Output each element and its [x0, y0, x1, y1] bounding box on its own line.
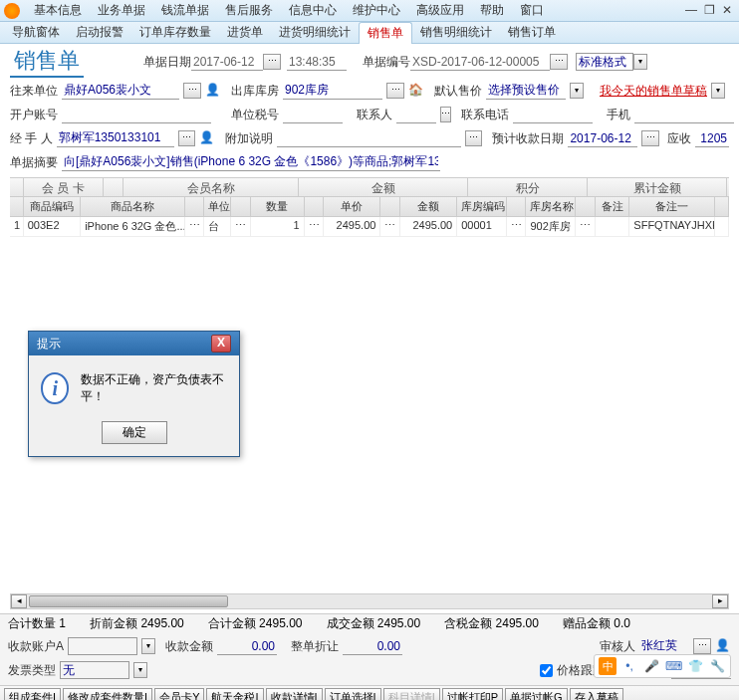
pay-account-select[interactable] — [68, 637, 137, 655]
menu-item[interactable]: 钱流单据 — [153, 2, 217, 19]
time-input[interactable] — [287, 53, 347, 71]
draft-link[interactable]: 我今天的销售单草稿 — [600, 83, 707, 100]
cell[interactable]: 003E2 — [24, 217, 81, 236]
column-header[interactable] — [231, 197, 250, 216]
cell[interactable]: ⋯ — [185, 217, 204, 236]
tab[interactable]: 进货明细统计 — [271, 22, 359, 43]
cell[interactable] — [715, 217, 729, 236]
tab[interactable]: 订单库存数量 — [131, 22, 219, 43]
menu-item[interactable]: 高级应用 — [408, 2, 472, 19]
close-icon[interactable]: X — [211, 335, 231, 352]
ime-settings-icon[interactable]: 🔧 — [708, 657, 726, 675]
warehouse-input[interactable] — [283, 82, 382, 100]
ime-keyboard-icon[interactable]: ⌨ — [664, 657, 682, 675]
menu-item[interactable]: 帮助 — [472, 2, 512, 19]
docno-input[interactable] — [410, 53, 550, 71]
auditor-input[interactable] — [639, 637, 689, 655]
action-button[interactable]: 会员卡Y — [154, 688, 204, 700]
price-select[interactable] — [486, 82, 566, 100]
customer-info-icon[interactable]: 👤 — [205, 83, 221, 99]
action-button[interactable]: 过帐打印P — [442, 688, 503, 700]
scroll-left-icon[interactable]: ◂ — [11, 594, 27, 608]
discount-input[interactable] — [343, 637, 402, 655]
tab[interactable]: 销售明细统计 — [412, 22, 500, 43]
handler-info-icon[interactable]: 👤 — [199, 130, 215, 146]
auditor-info-icon[interactable]: 👤 — [715, 638, 731, 654]
minimize-icon[interactable]: — — [683, 4, 699, 18]
cell[interactable]: ⋯ — [576, 217, 595, 236]
invoice-select[interactable] — [60, 661, 129, 679]
cell[interactable] — [596, 217, 630, 236]
menu-item[interactable]: 维护中心 — [345, 2, 408, 19]
column-header[interactable]: 库房编码 — [457, 197, 507, 216]
ime-lang-icon[interactable]: 中 — [599, 657, 616, 675]
handler-input[interactable] — [57, 129, 174, 147]
cell[interactable]: 2495.00 — [324, 217, 380, 236]
cell[interactable]: SFFQTNAYJHXR6 — [629, 217, 715, 236]
column-header[interactable]: 商品名称 — [81, 197, 185, 216]
ime-punct-icon[interactable]: •, — [620, 657, 638, 675]
action-button[interactable]: 航天金税I — [206, 688, 263, 700]
tab[interactable]: 销售订单 — [500, 22, 564, 43]
cell[interactable]: 1 — [10, 217, 24, 236]
cell[interactable]: ⋯ — [507, 217, 526, 236]
tab-active[interactable]: 销售单 — [359, 22, 412, 44]
warehouse-info-icon[interactable]: 🏠 — [408, 83, 424, 99]
lookup-icon[interactable]: ⋯ — [386, 83, 404, 99]
lookup-icon[interactable]: ⋯ — [465, 130, 483, 146]
summary-input[interactable] — [62, 153, 440, 171]
format-select[interactable] — [576, 53, 633, 71]
action-button[interactable]: 订单选择I — [325, 688, 381, 700]
tab[interactable]: 启动报警 — [68, 22, 131, 43]
menu-item[interactable]: 基本信息 — [26, 2, 90, 19]
lookup-icon[interactable]: ⋯ — [183, 83, 201, 99]
scroll-thumb[interactable] — [29, 595, 228, 607]
ime-toolbar[interactable]: 中 •, 🎤 ⌨ 👕 🔧 — [594, 654, 731, 678]
column-header[interactable]: 库房名称 — [526, 197, 576, 216]
column-header[interactable] — [507, 197, 526, 216]
dropdown-icon[interactable]: ▾ — [141, 638, 155, 654]
lookup-icon[interactable]: ⋯ — [440, 107, 451, 122]
action-button[interactable]: 单据过帐G — [505, 688, 568, 700]
cell[interactable]: iPhone 6 32G 金色... — [81, 217, 185, 236]
tel-input[interactable] — [513, 106, 593, 123]
column-header[interactable] — [10, 197, 24, 216]
column-header[interactable] — [576, 197, 595, 216]
scroll-right-icon[interactable]: ▸ — [712, 594, 728, 608]
column-header[interactable]: 单位 — [204, 197, 231, 216]
date-input[interactable] — [191, 53, 263, 71]
table-row[interactable]: 1003E2iPhone 6 32G 金色...⋯台⋯1⋯2495.00⋯249… — [10, 217, 729, 237]
price-track-checkbox[interactable] — [540, 664, 553, 677]
cell[interactable]: 1 — [251, 217, 305, 236]
column-header[interactable]: 单价 — [324, 197, 380, 216]
receivable-input[interactable] — [695, 129, 729, 147]
cell[interactable]: ⋯ — [380, 217, 399, 236]
column-header[interactable]: 数量 — [251, 197, 305, 216]
menu-item[interactable]: 售后服务 — [217, 2, 281, 19]
cell[interactable]: 00001 — [457, 217, 507, 236]
column-header[interactable] — [380, 197, 399, 216]
dropdown-icon[interactable]: ▾ — [133, 662, 147, 678]
column-header[interactable]: 金额 — [400, 197, 457, 216]
dropdown-icon[interactable]: ▾ — [711, 83, 725, 99]
column-header[interactable]: 备注 — [596, 197, 630, 216]
menu-item[interactable]: 业务单据 — [90, 2, 153, 19]
due-input[interactable] — [568, 129, 637, 147]
column-header[interactable] — [715, 197, 729, 216]
date-picker-icon[interactable]: ⋯ — [263, 54, 281, 70]
tab[interactable]: 进货单 — [219, 22, 271, 43]
action-button[interactable]: 修改成套件数量I — [63, 688, 152, 700]
contact-input[interactable] — [396, 106, 436, 123]
docno-lookup-icon[interactable]: ⋯ — [550, 54, 568, 70]
tab[interactable]: 导航窗体 — [4, 22, 68, 43]
dropdown-icon[interactable]: ▾ — [570, 83, 584, 99]
cell[interactable]: ⋯ — [231, 217, 250, 236]
column-header[interactable]: 备注一 — [629, 197, 715, 216]
column-header[interactable]: 商品编码 — [24, 197, 81, 216]
action-button[interactable]: 收款详情I — [266, 688, 323, 700]
lookup-icon[interactable]: ⋯ — [178, 130, 196, 146]
dropdown-icon[interactable]: ▾ — [633, 54, 647, 70]
pay-amount-input[interactable] — [217, 637, 277, 655]
customer-input[interactable] — [62, 82, 179, 100]
date-picker-icon[interactable]: ⋯ — [641, 130, 659, 146]
